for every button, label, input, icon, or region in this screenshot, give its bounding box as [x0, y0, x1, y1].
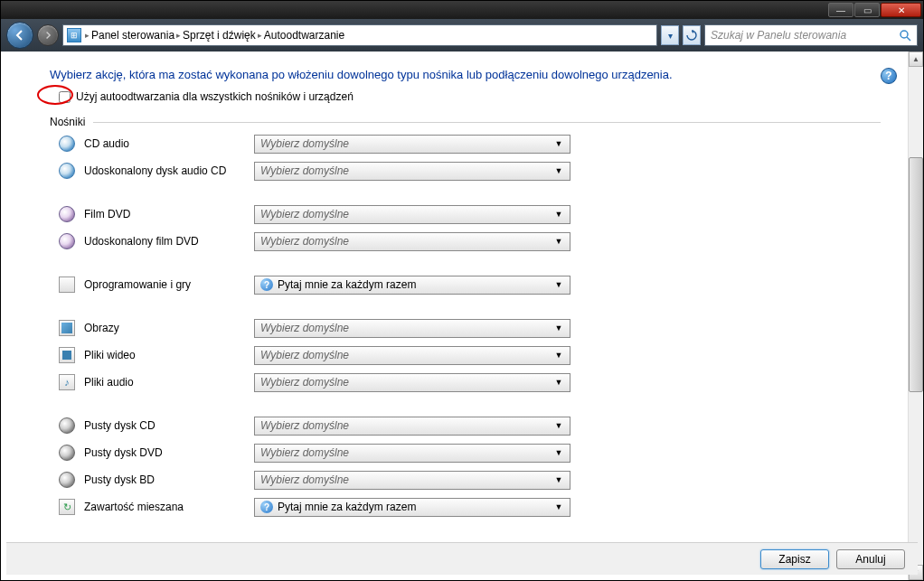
- chevron-down-icon: ▼: [552, 280, 566, 289]
- minimize-button[interactable]: —: [828, 3, 853, 17]
- breadcrumb-item[interactable]: Sprzęt i dźwięk: [183, 29, 256, 42]
- media-label: Obrazy: [84, 322, 254, 334]
- chevron-down-icon: ▼: [552, 139, 566, 148]
- address-bar[interactable]: ⊞ ▸ Panel sterowania ▸ Sprzęt i dźwięk ▸…: [62, 24, 657, 46]
- breadcrumb-sep-icon: ▸: [85, 31, 90, 40]
- breadcrumb: ▸ Panel sterowania ▸ Sprzęt i dźwięk ▸ A…: [85, 29, 344, 42]
- window-frame: — ▭ ✕ ⊞ ▸ Panel sterowania ▸ Sprzęt i dź…: [0, 0, 924, 581]
- media-label: Pusty dysk CD: [84, 419, 254, 432]
- media-label: Zawartość mieszana: [84, 501, 254, 513]
- media-row: Pusty dysk CDWybierz domyślne▼: [59, 412, 881, 439]
- action-combobox[interactable]: Wybierz domyślne▼: [254, 162, 570, 181]
- media-row: ♪Pliki audioWybierz domyślne▼: [59, 369, 881, 396]
- pic-icon: [59, 320, 75, 336]
- media-label: Pusty dysk BD: [84, 473, 254, 486]
- combobox-value: Wybierz domyślne: [260, 137, 349, 150]
- search-icon: [899, 29, 911, 42]
- chevron-down-icon: ▼: [552, 502, 566, 511]
- combobox-value: Wybierz domyślne: [260, 322, 349, 334]
- chevron-down-icon: ▼: [552, 351, 566, 360]
- chevron-down-icon: ▼: [552, 166, 566, 175]
- action-combobox[interactable]: Wybierz domyślne▼: [254, 232, 570, 251]
- page-heading: Wybierz akcję, która ma zostać wykonana …: [50, 68, 881, 81]
- cancel-button[interactable]: Anuluj: [836, 549, 905, 569]
- group-label: Nośniki: [50, 116, 881, 128]
- breadcrumb-sep-icon: ▸: [258, 31, 262, 40]
- combobox-value: Wybierz domyślne: [260, 473, 349, 486]
- combobox-value: Pytaj mnie za każdym razem: [278, 278, 416, 291]
- action-combobox[interactable]: Wybierz domyślne▼: [254, 205, 570, 224]
- address-dropdown-button[interactable]: ▾: [661, 25, 679, 45]
- combobox-value: Wybierz domyślne: [260, 419, 349, 432]
- refresh-button[interactable]: [683, 25, 701, 45]
- combobox-value: Pytaj mnie za każdym razem: [278, 501, 416, 513]
- dvd-icon: [59, 206, 75, 222]
- disc-icon: [59, 163, 75, 179]
- disc-grey-icon: [59, 445, 75, 461]
- media-row: ↻Zawartość mieszana?Pytaj mnie za każdym…: [59, 493, 881, 520]
- action-combobox[interactable]: Wybierz domyślne▼: [254, 417, 570, 436]
- box-icon: [59, 276, 75, 293]
- media-row: Pliki wideoWybierz domyślne▼: [59, 342, 881, 369]
- chevron-down-icon: ▼: [552, 323, 566, 333]
- scroll-track[interactable]: [909, 67, 923, 565]
- media-label: Pliki wideo: [84, 349, 254, 361]
- svg-point-0: [900, 31, 908, 38]
- footer-bar: Zapisz Anuluj: [6, 542, 918, 575]
- media-row: CD audioWybierz domyślne▼: [59, 130, 881, 157]
- vertical-scrollbar[interactable]: ▲ ▼: [908, 52, 923, 580]
- combobox-value: Wybierz domyślne: [260, 235, 349, 248]
- forward-button[interactable]: [37, 24, 59, 46]
- action-combobox[interactable]: ?Pytaj mnie za każdym razem▼: [254, 276, 570, 295]
- titlebar: — ▭ ✕: [1, 1, 923, 19]
- action-combobox[interactable]: Wybierz domyślne▼: [254, 444, 570, 463]
- media-row: Oprogramowanie i gry?Pytaj mnie za każdy…: [59, 271, 881, 298]
- breadcrumb-item[interactable]: Autoodtwarzanie: [264, 29, 344, 42]
- save-button[interactable]: Zapisz: [760, 549, 829, 569]
- search-input[interactable]: Szukaj w Panelu sterowania: [704, 24, 918, 46]
- chevron-down-icon: ▼: [552, 475, 566, 484]
- combobox-value: Wybierz domyślne: [260, 376, 349, 389]
- action-combobox[interactable]: Wybierz domyślne▼: [254, 319, 570, 338]
- chevron-down-icon: ▼: [552, 378, 566, 387]
- question-icon: ?: [260, 501, 273, 513]
- disc-grey-icon: [59, 472, 75, 488]
- breadcrumb-item[interactable]: Panel sterowania: [91, 29, 174, 42]
- arrow-right-icon: [43, 31, 52, 40]
- combobox-value: Wybierz domyślne: [260, 208, 349, 220]
- media-label: Oprogramowanie i gry: [84, 278, 254, 291]
- media-row: Udoskonalony film DVDWybierz domyślne▼: [59, 228, 881, 255]
- chevron-down-icon: ▼: [552, 421, 566, 430]
- scroll-thumb[interactable]: [909, 157, 923, 392]
- back-button[interactable]: [6, 22, 33, 49]
- breadcrumb-sep-icon: ▸: [176, 31, 181, 40]
- maximize-button[interactable]: ▭: [854, 3, 880, 17]
- action-combobox[interactable]: Wybierz domyślne▼: [254, 346, 570, 365]
- disc-icon: [59, 136, 75, 152]
- chevron-down-icon: ▼: [552, 237, 566, 246]
- media-label: CD audio: [84, 137, 254, 150]
- media-row: Pusty dysk BDWybierz domyślne▼: [59, 466, 881, 493]
- media-label: Pusty dysk DVD: [84, 446, 254, 459]
- action-combobox[interactable]: Wybierz domyślne▼: [254, 135, 570, 154]
- action-combobox[interactable]: ?Pytaj mnie za każdym razem▼: [254, 498, 570, 517]
- question-icon: ?: [260, 278, 273, 291]
- media-row: Film DVDWybierz domyślne▼: [59, 201, 881, 228]
- use-autoplay-checkbox[interactable]: [59, 91, 71, 103]
- action-combobox[interactable]: Wybierz domyślne▼: [254, 373, 570, 392]
- arrow-left-icon: [14, 29, 26, 42]
- close-button[interactable]: ✕: [881, 3, 921, 17]
- content-area: ? Wybierz akcję, która ma zostać wykonan…: [1, 52, 908, 580]
- scroll-up-button[interactable]: ▲: [909, 52, 923, 67]
- help-icon[interactable]: ?: [881, 68, 897, 84]
- media-row: ObrazyWybierz domyślne▼: [59, 314, 881, 342]
- mix-icon: ↻: [59, 499, 75, 515]
- control-panel-icon: ⊞: [67, 28, 81, 42]
- media-row: Pusty dysk DVDWybierz domyślne▼: [59, 439, 881, 466]
- dvd-icon: [59, 233, 75, 249]
- media-row: Udoskonalony dysk audio CDWybierz domyśl…: [59, 157, 881, 184]
- use-autoplay-label: Użyj autoodtwarzania dla wszystkich nośn…: [76, 90, 354, 103]
- combobox-value: Wybierz domyślne: [260, 164, 349, 177]
- chevron-down-icon: ▼: [552, 448, 566, 457]
- action-combobox[interactable]: Wybierz domyślne▼: [254, 471, 570, 490]
